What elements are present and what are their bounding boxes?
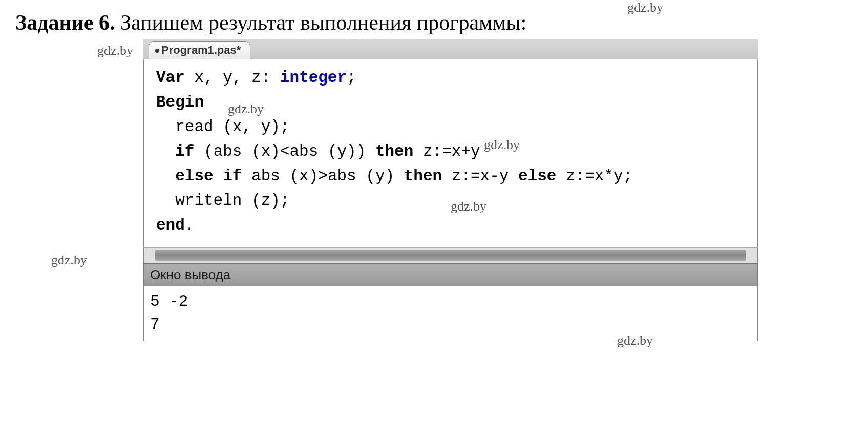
- code-token: else: [518, 167, 556, 185]
- horizontal-scrollbar[interactable]: [143, 247, 758, 263]
- code-token: then: [404, 167, 442, 185]
- code-token: else: [175, 167, 213, 185]
- code-token: abs (x)>abs (y): [242, 167, 404, 185]
- output-line: 5 -2: [150, 293, 188, 311]
- code-token: z:=x*y;: [556, 167, 632, 185]
- code-token: if: [175, 142, 194, 160]
- code-token: ;: [347, 69, 356, 87]
- ide-window: Program1.pas* Var x, y, z: integer; Begi…: [143, 39, 758, 341]
- code-token: if: [223, 167, 242, 185]
- tab-label: Program1.pas*: [161, 44, 241, 57]
- scrollbar-track: [155, 250, 746, 261]
- output-panel-header: Окно вывода: [143, 263, 758, 286]
- code-token: z:=x-y: [442, 167, 518, 185]
- code-token: z:=x+y: [413, 142, 480, 160]
- watermark: gdz.by: [97, 43, 133, 58]
- code-token: end: [156, 216, 185, 234]
- watermark: gdz.by: [51, 253, 87, 268]
- code-token: read (x, y);: [156, 118, 289, 136]
- file-tab[interactable]: Program1.pas*: [149, 41, 250, 59]
- output-panel: 5 -2 7: [143, 286, 758, 341]
- code-token: then: [375, 142, 413, 160]
- unsaved-dot-icon: [155, 49, 159, 53]
- task-heading: Задание 6. Запишем результат выполнения …: [15, 10, 858, 35]
- code-token: Begin: [156, 93, 204, 111]
- code-token: writeln (z);: [156, 192, 289, 210]
- code-token: .: [185, 216, 195, 234]
- code-editor[interactable]: Var x, y, z: integer; Begin read (x, y);…: [143, 59, 758, 247]
- code-token: Var: [156, 69, 185, 87]
- code-token: (abs (x)<abs (y)): [194, 142, 375, 160]
- code-token: x, y, z:: [185, 69, 280, 87]
- code-token: integer: [280, 69, 347, 87]
- tab-bar: Program1.pas*: [143, 39, 758, 59]
- task-number: Задание 6.: [15, 11, 115, 34]
- output-line: 7: [150, 316, 160, 334]
- task-title: Запишем результат выполнения программы:: [115, 11, 526, 34]
